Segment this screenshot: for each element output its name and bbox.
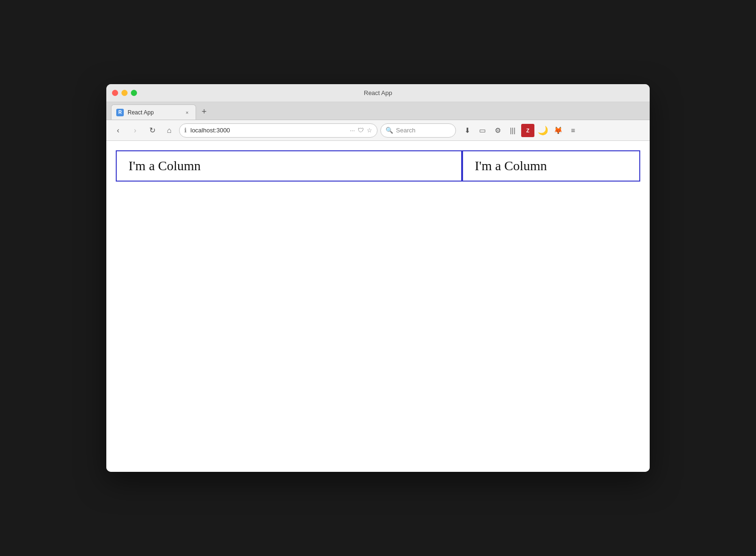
home-button[interactable]: ⌂ [162,123,176,138]
column-1-text: I'm a Column [129,158,201,173]
zotero-icon[interactable]: Z [521,124,534,137]
columns-container: I'm a Column I'm a Column [116,150,640,182]
window-controls [112,90,137,96]
browser-window: React App R React App × + ‹ › ↻ ⌂ ℹ loca… [106,84,650,472]
theme-toggle-icon[interactable]: 🌙 [536,124,550,137]
active-tab[interactable]: R React App × [111,104,196,120]
window-title: React App [364,89,392,96]
close-button[interactable] [112,90,118,96]
addon-icon[interactable]: 🦊 [551,124,565,137]
minimize-button[interactable] [121,90,128,96]
url-text: localhost:3000 [190,127,346,134]
reader-view-icon[interactable]: ▭ [476,124,489,137]
reload-button[interactable]: ↻ [145,123,159,138]
search-icon: 🔍 [386,127,393,134]
maximize-button[interactable] [131,90,137,96]
tab-favicon: R [116,109,124,116]
forward-button[interactable]: › [128,123,142,138]
column-1: I'm a Column [116,150,462,182]
toolbar-icons: ⬇ ▭ ⚙ ||| Z 🌙 🦊 ≡ [461,124,580,137]
tab-label: React App [128,109,180,116]
column-2-text: I'm a Column [475,158,547,173]
extensions-icon[interactable]: ⚙ [491,124,504,137]
search-placeholder: Search [396,127,415,134]
download-icon[interactable]: ⬇ [461,124,474,137]
nav-bar: ‹ › ↻ ⌂ ℹ localhost:3000 ··· 🛡 ☆ 🔍 Searc… [106,120,650,141]
tab-close-button[interactable]: × [183,109,191,116]
menu-icon[interactable]: ≡ [567,124,580,137]
new-tab-button[interactable]: + [197,104,211,119]
back-button[interactable]: ‹ [111,123,125,138]
search-bar[interactable]: 🔍 Search [380,123,456,138]
tab-bar: R React App × + [106,102,650,120]
library-icon[interactable]: ||| [506,124,519,137]
page-content: I'm a Column I'm a Column [106,141,650,472]
title-bar: React App [106,84,650,102]
info-icon: ℹ [184,127,187,134]
column-2: I'm a Column [462,150,640,182]
star-icon[interactable]: ☆ [367,127,372,134]
pocket-icon[interactable]: 🛡 [358,127,364,134]
address-bar[interactable]: ℹ localhost:3000 ··· 🛡 ☆ [179,123,378,138]
address-actions: ··· 🛡 ☆ [350,127,372,134]
more-icon[interactable]: ··· [350,127,355,134]
